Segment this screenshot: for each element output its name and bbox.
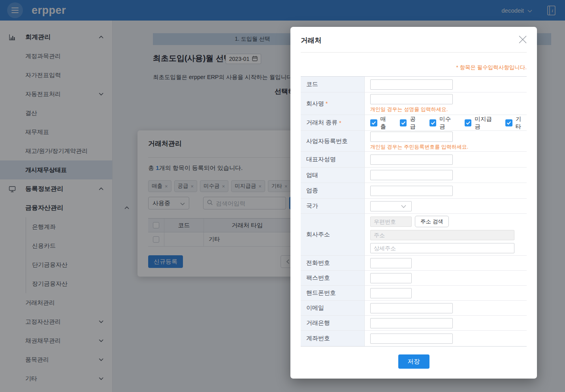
business-number-input[interactable] <box>370 132 453 142</box>
business-condition-input[interactable] <box>370 170 453 180</box>
address-input <box>370 230 514 240</box>
field-hint: 개인일 경우는 주민등록번호를 입력하세요. <box>370 143 527 151</box>
checkbox-supply[interactable]: 공급 <box>400 115 421 130</box>
email-input[interactable] <box>370 303 453 313</box>
checkbox-etc[interactable]: 기타 <box>505 115 527 130</box>
field-hint: 개인일 경우는 성명을 입력하세요. <box>370 106 527 113</box>
field-label: 대표자성명 <box>301 152 365 167</box>
checkbox-sales[interactable]: 매출 <box>370 115 392 130</box>
row-business-condition: 업태 <box>301 168 527 183</box>
field-label: 거래처 종류* <box>301 115 365 130</box>
field-label: 전화번호 <box>301 256 365 270</box>
field-label: 업종 <box>301 183 365 198</box>
fax-input[interactable] <box>370 273 412 283</box>
checked-checkbox-icon[interactable] <box>429 119 437 126</box>
row-account-number: 계좌번호 <box>301 331 527 346</box>
address-detail-input[interactable] <box>370 243 514 253</box>
save-button[interactable]: 저장 <box>398 354 429 369</box>
checked-checkbox-icon[interactable] <box>505 119 512 126</box>
row-bank: 거래은행 <box>301 316 527 331</box>
ceo-name-input[interactable] <box>370 155 453 165</box>
field-label: 핸드폰번호 <box>301 286 365 300</box>
bank-input[interactable] <box>370 318 453 328</box>
field-label: 사업자등록번호 <box>301 131 365 151</box>
postal-code-input <box>370 217 412 227</box>
row-phone: 전화번호 <box>301 256 527 271</box>
checked-checkbox-icon[interactable] <box>370 119 377 126</box>
row-email: 이메일 <box>301 301 527 316</box>
field-label: 업태 <box>301 168 365 183</box>
field-label: 회사명* <box>301 92 365 115</box>
row-business-category: 업종 <box>301 183 527 199</box>
row-code: 코드 <box>301 77 527 92</box>
checked-checkbox-icon[interactable] <box>465 119 472 126</box>
field-label: 회사주소 <box>301 214 365 255</box>
field-label: 계좌번호 <box>301 331 365 346</box>
required-asterisk: * <box>326 100 328 107</box>
row-client-type: 거래처 종류* 매출 공급 미수금 <box>301 115 527 131</box>
field-label: 코드 <box>301 77 365 92</box>
address-search-button[interactable]: 주소 검색 <box>415 216 449 227</box>
row-ceo-name: 대표자성명 <box>301 152 527 168</box>
app-root: erpper decodeit i 회계관리 <box>0 0 565 392</box>
checkbox-payable[interactable]: 미지급금 <box>465 115 497 130</box>
required-asterisk: * <box>339 120 341 126</box>
row-company-name: 회사명* 개인일 경우는 성명을 입력하세요. <box>301 92 527 115</box>
checked-checkbox-icon[interactable] <box>400 119 407 126</box>
close-icon[interactable] <box>517 34 528 45</box>
divider <box>301 52 527 53</box>
country-select[interactable] <box>370 201 412 211</box>
required-note: * 항목은 필수입력사항입니다. <box>456 64 527 71</box>
chevron-down-icon <box>401 203 406 210</box>
row-mobile: 핸드폰번호 <box>301 286 527 301</box>
checkbox-receivable[interactable]: 미수금 <box>429 115 456 130</box>
phone-input[interactable] <box>370 258 412 268</box>
modal-title: 거래처 <box>301 36 322 45</box>
row-business-number: 사업자등록번호 개인일 경우는 주민등록번호를 입력하세요. <box>301 131 527 152</box>
business-category-input[interactable] <box>370 186 453 196</box>
client-form: 코드 회사명* 개인일 경우는 성명을 입력하세요. 거래처 종류* 매출 <box>301 76 527 347</box>
field-label: 거래은행 <box>301 316 365 330</box>
row-company-address: 회사주소 주소 검색 <box>301 214 527 256</box>
client-type-checkbox-group: 매출 공급 미수금 미지급금 <box>370 115 527 130</box>
field-label: 이메일 <box>301 301 365 315</box>
modal-footer: 저장 <box>290 354 537 369</box>
account-number-input[interactable] <box>370 334 453 344</box>
client-modal: 거래처 * 항목은 필수입력사항입니다. 코드 회사명* 개인일 경우는 성명을… <box>290 27 537 379</box>
row-country: 국가 <box>301 199 527 214</box>
field-label: 팩스번호 <box>301 271 365 285</box>
company-name-input[interactable] <box>370 94 453 104</box>
mobile-input[interactable] <box>370 288 412 298</box>
code-input[interactable] <box>370 79 453 90</box>
field-label: 국가 <box>301 199 365 213</box>
row-fax: 팩스번호 <box>301 271 527 286</box>
